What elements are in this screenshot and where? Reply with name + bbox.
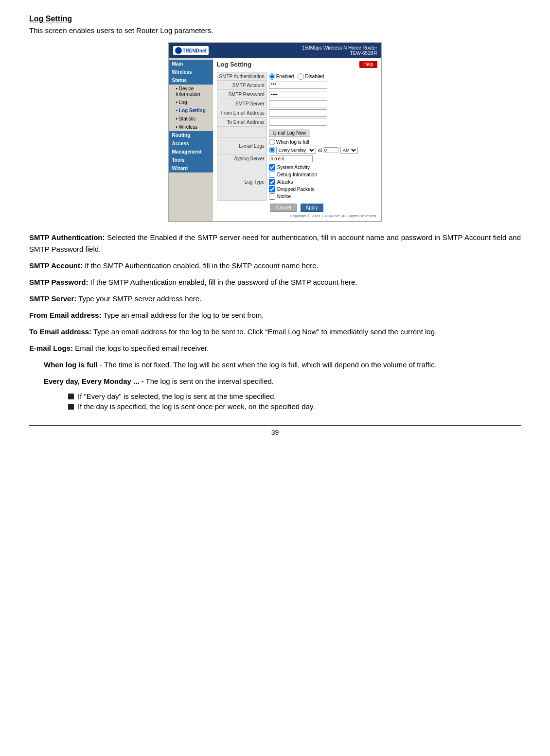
smtp-account-input[interactable]	[269, 82, 327, 89]
page-title: Log Setting	[29, 15, 521, 23]
page-footer: 39	[29, 425, 521, 436]
bullet-list: If "Every day" is selected, the log is s…	[68, 392, 521, 411]
intro-text: This screen enables users to set Router …	[29, 26, 521, 34]
from-email-desc: From Email address: Type an email addres…	[29, 309, 521, 321]
smtp-password-label: SMTP Password	[217, 90, 266, 99]
nav-statistic[interactable]: • Statistic	[169, 115, 213, 123]
log-dropped-packets[interactable]: Dropped Packets	[269, 186, 375, 192]
smtp-server-field	[266, 99, 377, 108]
syslog-label: Syslog Server	[217, 155, 266, 163]
ampm-select[interactable]: AM PM	[340, 147, 358, 154]
smtp-password-field	[266, 90, 377, 99]
syslog-field	[266, 155, 377, 163]
page-number: 39	[271, 429, 279, 436]
log-form-table: SMTP Authentication Enabled Disabled	[217, 72, 377, 201]
email-log-now-placeholder	[217, 127, 266, 138]
log-type-label: Log Type	[217, 163, 266, 201]
router-screenshot: TRENDnet 150Mbps Wireless N Home Router …	[168, 42, 382, 222]
router-model-info: 150Mbps Wireless N Home Router TEW-651BR	[302, 45, 377, 56]
every-day-radio[interactable]: Every Sunday Every Monday Every Tuesday …	[269, 147, 375, 154]
smtp-auth-field: Enabled Disabled	[266, 72, 377, 81]
smtp-server-label: SMTP Server	[217, 99, 266, 108]
apply-button[interactable]: Apply	[301, 204, 323, 212]
router-content-area: Log Setting Help SMTP Authentication Ena…	[213, 58, 381, 221]
cancel-button[interactable]: Cancel	[270, 204, 296, 212]
help-button[interactable]: Help	[359, 61, 377, 68]
trendnet-brand: TRENDnet	[173, 46, 209, 55]
bullet-item-1: If "Every day" is selected, the log is s…	[68, 392, 521, 400]
form-title: Log Setting	[217, 61, 252, 68]
router-header: TRENDnet 150Mbps Wireless N Home Router …	[169, 43, 381, 58]
syslog-input[interactable]	[269, 155, 313, 162]
log-type-checkboxes: System Activity Debug Information Attack…	[266, 163, 377, 201]
from-email-input[interactable]	[269, 109, 327, 117]
bullet-icon-1	[68, 394, 74, 399]
nav-wizard[interactable]: Wizard	[169, 164, 213, 172]
smtp-auth-desc: SMTP Authentication: Selected the Enable…	[29, 232, 521, 255]
router-logo: TRENDnet	[173, 46, 209, 55]
email-logs-options-cell: When log is full Every Sunday Every Mond…	[266, 138, 377, 155]
nav-access[interactable]: Access	[169, 139, 213, 148]
smtp-password-input[interactable]	[269, 91, 327, 98]
email-logs-label: E-mail Logs	[217, 138, 266, 155]
email-logs-desc: E-mail Logs: Email the logs to specified…	[29, 343, 521, 354]
frequency-select[interactable]: Every Sunday Every Monday Every Tuesday …	[276, 147, 316, 154]
action-buttons: Cancel Apply	[217, 204, 377, 212]
smtp-auth-label: SMTP Authentication	[217, 72, 266, 81]
logo-circle	[175, 47, 182, 54]
smtp-account-field	[266, 81, 377, 90]
when-log-full-text: When log is full - The time is not fixed…	[44, 359, 521, 371]
nav-device-info[interactable]: • Device Information	[169, 85, 213, 98]
to-email-desc: To Email address: Type an email address …	[29, 326, 521, 338]
smtp-server-desc: SMTP Server: Type your SMTP server addre…	[29, 293, 521, 305]
nav-log[interactable]: • Log	[169, 98, 213, 106]
smtp-account-desc: SMTP Account: If the SMTP Authentication…	[29, 260, 521, 272]
to-email-input[interactable]	[269, 119, 327, 126]
log-attacks[interactable]: Attacks	[269, 179, 375, 185]
copyright-text: Copyright © 2009 TRENDnet. All Rights Re…	[217, 214, 377, 218]
smtp-server-input[interactable]	[269, 100, 327, 107]
nav-main[interactable]: Main	[169, 60, 213, 68]
time-input[interactable]	[324, 147, 338, 153]
smtp-password-desc: SMTP Password: If the SMTP Authenticatio…	[29, 276, 521, 288]
log-system-activity[interactable]: System Activity	[269, 164, 375, 171]
nav-routing[interactable]: Routing	[169, 131, 213, 139]
nav-wireless[interactable]: Wireless	[169, 68, 213, 76]
bullet-icon-2	[68, 404, 74, 410]
from-email-field	[266, 108, 377, 118]
router-nav: Main Wireless Status • Device Informatio…	[169, 58, 213, 221]
smtp-auth-enabled-radio[interactable]: Enabled	[269, 73, 294, 80]
log-debug-info[interactable]: Debug Information	[269, 172, 375, 178]
from-email-label: From Email Address	[217, 108, 266, 118]
email-log-now-button[interactable]: Email Log Now	[269, 129, 310, 137]
nav-status[interactable]: Status	[169, 76, 213, 85]
nav-log-setting[interactable]: • Log Setting	[169, 106, 213, 115]
to-email-field	[266, 118, 377, 127]
bullet-item-2: If the day is specified, the log is sent…	[68, 402, 521, 411]
email-log-now-cell: Email Log Now	[266, 127, 377, 138]
every-day-text: Every day, Every Monday ... - The log is…	[44, 376, 521, 387]
content-title-bar: Log Setting Help	[217, 61, 377, 68]
when-log-full-subsection: When log is full - The time is not fixed…	[44, 359, 521, 411]
smtp-account-label: SMTP Account	[217, 81, 266, 90]
nav-wireless-sub[interactable]: • Wireless	[169, 123, 213, 131]
nav-management[interactable]: Management	[169, 148, 213, 156]
when-log-full-radio[interactable]: When log is full	[269, 139, 375, 145]
to-email-label: To Email Address	[217, 118, 266, 127]
smtp-auth-disabled-radio[interactable]: Disabled	[298, 73, 324, 80]
router-body: Main Wireless Status • Device Informatio…	[169, 58, 381, 221]
nav-tools[interactable]: Tools	[169, 156, 213, 164]
at-label: at	[318, 147, 322, 153]
log-notice[interactable]: Notice	[269, 193, 375, 200]
